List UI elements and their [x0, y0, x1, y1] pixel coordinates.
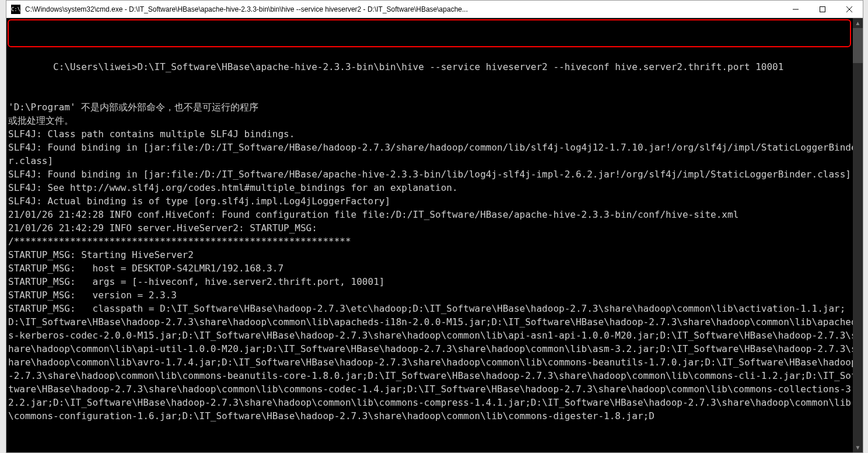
scroll-down-arrow[interactable]: ▼ — [853, 442, 863, 452]
window-controls — [782, 1, 863, 18]
close-button[interactable] — [836, 1, 863, 18]
maximize-button[interactable] — [809, 1, 836, 18]
terminal-lines: 'D:\Program' 不是内部或外部命令，也不是可运行的程序 或批处理文件。… — [8, 87, 862, 423]
terminal[interactable]: C:\Users\liwei>D:\IT_Software\HBase\apac… — [6, 18, 863, 452]
prompt-command-line: C:\Users\liwei>D:\IT_Software\HBase\apac… — [53, 61, 783, 72]
vertical-scrollbar[interactable]: ▲ ▼ — [853, 18, 863, 452]
terminal-output: C:\Users\liwei>D:\IT_Software\HBase\apac… — [6, 45, 863, 449]
cmd-icon: C:\ — [11, 5, 20, 14]
minimize-button[interactable] — [782, 1, 809, 18]
terminal-window: C:\ C:\Windows\system32\cmd.exe - D:\IT_… — [6, 0, 863, 453]
scroll-thumb[interactable] — [853, 28, 863, 63]
titlebar[interactable]: C:\ C:\Windows\system32\cmd.exe - D:\IT_… — [6, 1, 863, 18]
terminal-client-area: C:\Users\liwei>D:\IT_Software\HBase\apac… — [6, 18, 863, 452]
window-title: C:\Windows\system32\cmd.exe - D:\IT_Soft… — [25, 5, 782, 13]
scroll-up-arrow[interactable]: ▲ — [853, 18, 863, 28]
svg-rect-1 — [820, 6, 825, 12]
